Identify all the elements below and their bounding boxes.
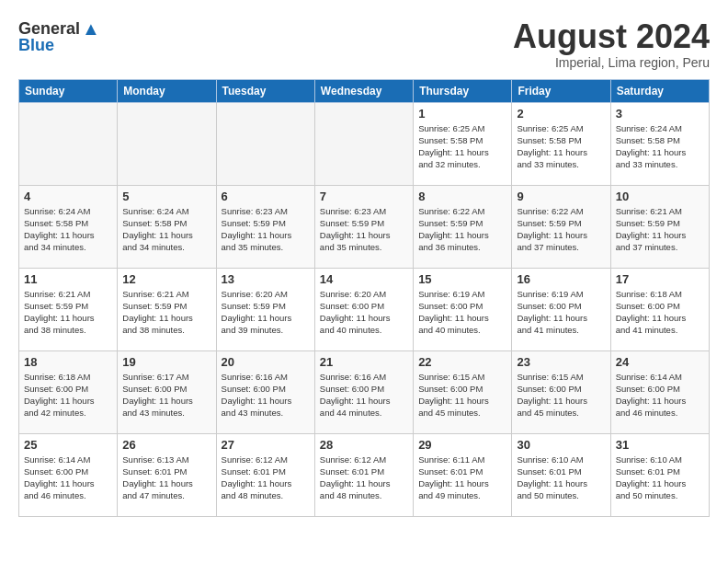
week-row-2: 4Sunrise: 6:24 AM Sunset: 5:58 PM Daylig… xyxy=(19,185,710,268)
day-info: Sunrise: 6:21 AM Sunset: 5:59 PM Dayligh… xyxy=(24,288,112,337)
calendar-cell: 4Sunrise: 6:24 AM Sunset: 5:58 PM Daylig… xyxy=(19,185,118,268)
day-number: 2 xyxy=(517,107,605,121)
day-number: 26 xyxy=(122,438,210,452)
day-number: 12 xyxy=(122,272,210,286)
day-number: 27 xyxy=(222,438,310,452)
day-number: 24 xyxy=(616,355,704,369)
day-number: 29 xyxy=(418,438,506,452)
day-number: 18 xyxy=(24,355,112,369)
day-number: 28 xyxy=(320,438,408,452)
day-number: 5 xyxy=(122,190,210,203)
day-info: Sunrise: 6:21 AM Sunset: 5:59 PM Dayligh… xyxy=(122,288,210,337)
day-info: Sunrise: 6:25 AM Sunset: 5:58 PM Dayligh… xyxy=(418,122,506,171)
day-number: 6 xyxy=(222,190,310,203)
day-info: Sunrise: 6:25 AM Sunset: 5:58 PM Dayligh… xyxy=(517,122,605,171)
page-header: General ▲ Blue August 2024 Imperial, Lim… xyxy=(18,18,710,70)
calendar-cell xyxy=(314,102,413,185)
day-number: 14 xyxy=(320,272,408,286)
day-info: Sunrise: 6:20 AM Sunset: 5:59 PM Dayligh… xyxy=(222,288,310,337)
weekday-header-sunday: Sunday xyxy=(19,79,118,102)
calendar-cell: 16Sunrise: 6:19 AM Sunset: 6:00 PM Dayli… xyxy=(512,268,610,350)
calendar-cell: 8Sunrise: 6:22 AM Sunset: 5:59 PM Daylig… xyxy=(414,185,512,268)
week-row-5: 25Sunrise: 6:14 AM Sunset: 6:00 PM Dayli… xyxy=(19,433,710,516)
day-info: Sunrise: 6:21 AM Sunset: 5:59 PM Dayligh… xyxy=(616,205,704,254)
day-info: Sunrise: 6:18 AM Sunset: 6:00 PM Dayligh… xyxy=(24,371,112,419)
day-number: 30 xyxy=(517,438,605,452)
day-info: Sunrise: 6:24 AM Sunset: 5:58 PM Dayligh… xyxy=(616,122,704,171)
day-number: 21 xyxy=(320,355,408,369)
day-info: Sunrise: 6:22 AM Sunset: 5:59 PM Dayligh… xyxy=(517,205,605,254)
calendar-cell: 13Sunrise: 6:20 AM Sunset: 5:59 PM Dayli… xyxy=(216,268,314,350)
day-number: 16 xyxy=(517,272,605,286)
calendar-cell: 1Sunrise: 6:25 AM Sunset: 5:58 PM Daylig… xyxy=(414,102,512,185)
day-number: 23 xyxy=(517,355,605,369)
day-number: 15 xyxy=(418,272,506,286)
weekday-header-friday: Friday xyxy=(512,79,610,102)
day-number: 20 xyxy=(222,355,310,369)
day-info: Sunrise: 6:16 AM Sunset: 6:00 PM Dayligh… xyxy=(222,371,310,419)
day-number: 10 xyxy=(616,190,704,203)
calendar-cell: 2Sunrise: 6:25 AM Sunset: 5:58 PM Daylig… xyxy=(512,102,610,185)
day-info: Sunrise: 6:13 AM Sunset: 6:01 PM Dayligh… xyxy=(122,454,210,502)
day-number: 17 xyxy=(616,272,704,286)
day-number: 4 xyxy=(24,190,112,203)
day-info: Sunrise: 6:23 AM Sunset: 5:59 PM Dayligh… xyxy=(320,205,408,254)
calendar-cell: 14Sunrise: 6:20 AM Sunset: 6:00 PM Dayli… xyxy=(314,268,413,350)
calendar-cell: 10Sunrise: 6:21 AM Sunset: 5:59 PM Dayli… xyxy=(610,185,709,268)
week-row-3: 11Sunrise: 6:21 AM Sunset: 5:59 PM Dayli… xyxy=(19,268,710,350)
week-row-1: 1Sunrise: 6:25 AM Sunset: 5:58 PM Daylig… xyxy=(19,102,710,185)
calendar-cell: 7Sunrise: 6:23 AM Sunset: 5:59 PM Daylig… xyxy=(314,185,413,268)
day-number: 19 xyxy=(122,355,210,369)
calendar-cell: 11Sunrise: 6:21 AM Sunset: 5:59 PM Dayli… xyxy=(19,268,118,350)
week-row-4: 18Sunrise: 6:18 AM Sunset: 6:00 PM Dayli… xyxy=(19,350,710,433)
calendar-cell: 23Sunrise: 6:15 AM Sunset: 6:00 PM Dayli… xyxy=(512,350,610,433)
calendar-cell: 18Sunrise: 6:18 AM Sunset: 6:00 PM Dayli… xyxy=(19,350,118,433)
calendar-cell: 15Sunrise: 6:19 AM Sunset: 6:00 PM Dayli… xyxy=(414,268,512,350)
day-info: Sunrise: 6:10 AM Sunset: 6:01 PM Dayligh… xyxy=(616,454,704,502)
calendar-cell: 21Sunrise: 6:16 AM Sunset: 6:00 PM Dayli… xyxy=(314,350,413,433)
location-subtitle: Imperial, Lima region, Peru xyxy=(513,55,710,70)
day-info: Sunrise: 6:23 AM Sunset: 5:59 PM Dayligh… xyxy=(222,205,310,254)
calendar-cell: 25Sunrise: 6:14 AM Sunset: 6:00 PM Dayli… xyxy=(19,433,118,516)
day-info: Sunrise: 6:19 AM Sunset: 6:00 PM Dayligh… xyxy=(517,288,605,337)
calendar-cell: 29Sunrise: 6:11 AM Sunset: 6:01 PM Dayli… xyxy=(414,433,512,516)
day-info: Sunrise: 6:14 AM Sunset: 6:00 PM Dayligh… xyxy=(616,371,704,419)
day-info: Sunrise: 6:15 AM Sunset: 6:00 PM Dayligh… xyxy=(418,371,506,419)
day-info: Sunrise: 6:17 AM Sunset: 6:00 PM Dayligh… xyxy=(122,371,210,419)
day-number: 1 xyxy=(418,107,506,121)
calendar-cell xyxy=(19,102,118,185)
calendar-cell: 28Sunrise: 6:12 AM Sunset: 6:01 PM Dayli… xyxy=(314,433,413,516)
day-info: Sunrise: 6:12 AM Sunset: 6:01 PM Dayligh… xyxy=(222,454,310,502)
day-info: Sunrise: 6:24 AM Sunset: 5:58 PM Dayligh… xyxy=(122,205,210,254)
day-number: 11 xyxy=(24,272,112,286)
weekday-header-monday: Monday xyxy=(118,79,216,102)
day-info: Sunrise: 6:10 AM Sunset: 6:01 PM Dayligh… xyxy=(517,454,605,502)
calendar-cell: 9Sunrise: 6:22 AM Sunset: 5:59 PM Daylig… xyxy=(512,185,610,268)
day-number: 13 xyxy=(222,272,310,286)
calendar-cell xyxy=(216,102,314,185)
calendar-cell: 22Sunrise: 6:15 AM Sunset: 6:00 PM Dayli… xyxy=(414,350,512,433)
calendar-cell: 27Sunrise: 6:12 AM Sunset: 6:01 PM Dayli… xyxy=(216,433,314,516)
day-info: Sunrise: 6:22 AM Sunset: 5:59 PM Dayligh… xyxy=(418,205,506,254)
logo-bird-icon: ▲ xyxy=(82,18,100,40)
calendar-cell: 6Sunrise: 6:23 AM Sunset: 5:59 PM Daylig… xyxy=(216,185,314,268)
day-info: Sunrise: 6:18 AM Sunset: 6:00 PM Dayligh… xyxy=(616,288,704,337)
calendar-cell: 20Sunrise: 6:16 AM Sunset: 6:00 PM Dayli… xyxy=(216,350,314,433)
logo-blue: Blue xyxy=(18,36,54,55)
calendar-cell: 26Sunrise: 6:13 AM Sunset: 6:01 PM Dayli… xyxy=(118,433,216,516)
calendar-cell: 19Sunrise: 6:17 AM Sunset: 6:00 PM Dayli… xyxy=(118,350,216,433)
day-info: Sunrise: 6:11 AM Sunset: 6:01 PM Dayligh… xyxy=(418,454,506,502)
day-info: Sunrise: 6:19 AM Sunset: 6:00 PM Dayligh… xyxy=(418,288,506,337)
weekday-header-saturday: Saturday xyxy=(610,79,709,102)
calendar-cell: 17Sunrise: 6:18 AM Sunset: 6:00 PM Dayli… xyxy=(610,268,709,350)
calendar-cell: 30Sunrise: 6:10 AM Sunset: 6:01 PM Dayli… xyxy=(512,433,610,516)
day-info: Sunrise: 6:24 AM Sunset: 5:58 PM Dayligh… xyxy=(24,205,112,254)
day-number: 3 xyxy=(616,107,704,121)
day-number: 9 xyxy=(517,190,605,203)
calendar-table: SundayMondayTuesdayWednesdayThursdayFrid… xyxy=(18,79,710,517)
weekday-header-thursday: Thursday xyxy=(414,79,512,102)
day-info: Sunrise: 6:15 AM Sunset: 6:00 PM Dayligh… xyxy=(517,371,605,419)
calendar-cell: 5Sunrise: 6:24 AM Sunset: 5:58 PM Daylig… xyxy=(118,185,216,268)
calendar-cell: 3Sunrise: 6:24 AM Sunset: 5:58 PM Daylig… xyxy=(610,102,709,185)
calendar-cell: 12Sunrise: 6:21 AM Sunset: 5:59 PM Dayli… xyxy=(118,268,216,350)
